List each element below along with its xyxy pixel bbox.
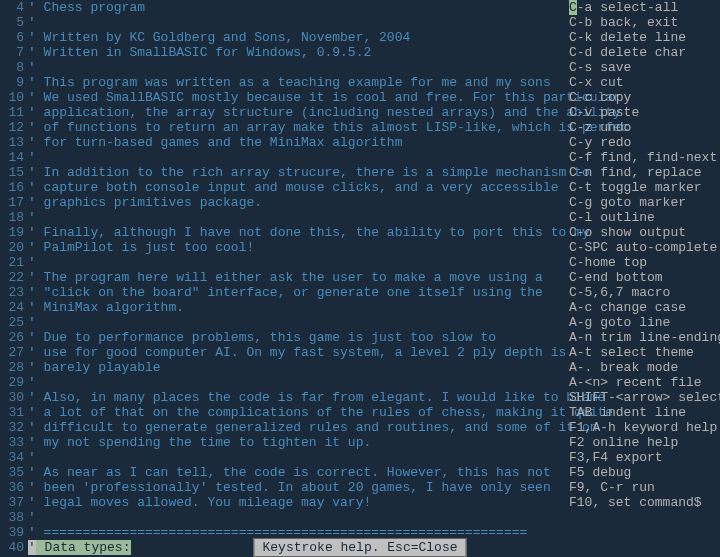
help-entry: C-k delete line [569,30,720,45]
line-number: 5 [0,15,24,30]
line-number: 39 [0,525,24,540]
line-number: 31 [0,405,24,420]
line-number: 40 [0,540,24,555]
help-entry: A-t select theme [569,345,720,360]
help-entry: C-SPC auto-complete [569,240,720,255]
help-entry: C-t toggle marker [569,180,720,195]
line-number: 9 [0,75,24,90]
help-entry: C-y redo [569,135,720,150]
line-number: 23 [0,285,24,300]
line-number: 11 [0,105,24,120]
help-entry: SHIFT-<arrow> select [569,390,720,405]
line-number: 20 [0,240,24,255]
line-number: 19 [0,225,24,240]
line-number: 18 [0,210,24,225]
line-number: 22 [0,270,24,285]
help-entry: C-f find, find-next [569,150,720,165]
line-number: 32 [0,420,24,435]
line-number: 16 [0,180,24,195]
line-number: 15 [0,165,24,180]
help-entry: A-c change case [569,300,720,315]
help-entry: C-b back, exit [569,15,720,30]
help-entry: F1,A-h keyword help [569,420,720,435]
line-number: 10 [0,90,24,105]
help-entry: C-n find, replace [569,165,720,180]
line-number: 35 [0,465,24,480]
help-entry: C-c copy [569,90,720,105]
cursor: ' [28,540,36,555]
keystroke-help-panel: C-a select-allC-b back, exitC-k delete l… [565,0,720,540]
line-number: 27 [0,345,24,360]
help-entry: F2 online help [569,435,720,450]
help-entry: A-g goto line [569,315,720,330]
selection-highlight: Data types: [36,540,132,555]
status-bar: Keystroke help. Esc=Close [253,538,466,557]
line-number: 4 [0,0,24,15]
line-number: 30 [0,390,24,405]
line-number: 14 [0,150,24,165]
line-number: 17 [0,195,24,210]
help-entry: C-home top [569,255,720,270]
help-entry: F10, set command$ [569,495,720,510]
help-entry: C-g goto marker [569,195,720,210]
help-entry: C-end bottom [569,270,720,285]
line-number: 26 [0,330,24,345]
help-entry: A-n trim line-endings [569,330,720,345]
help-entry: C-l outline [569,210,720,225]
line-number-gutter: 4567891011121314151617181920212223242526… [0,0,28,557]
line-number: 12 [0,120,24,135]
help-entry: C-d delete char [569,45,720,60]
help-entry: C-x cut [569,75,720,90]
help-entry: C-o show output [569,225,720,240]
line-number: 33 [0,435,24,450]
line-number: 8 [0,60,24,75]
help-entry: C-a select-all [569,0,720,15]
line-number: 6 [0,30,24,45]
help-entry: A-<n> recent file [569,375,720,390]
help-entry: C-v paste [569,105,720,120]
help-entry: C-z undo [569,120,720,135]
help-entry: F5 debug [569,465,720,480]
line-number: 7 [0,45,24,60]
line-number: 28 [0,360,24,375]
line-number: 38 [0,510,24,525]
help-entry: C-5,6,7 macro [569,285,720,300]
line-number: 34 [0,450,24,465]
line-number: 37 [0,495,24,510]
line-number: 24 [0,300,24,315]
help-entry: F3,F4 export [569,450,720,465]
help-entry: F9, C-r run [569,480,720,495]
line-number: 29 [0,375,24,390]
line-number: 13 [0,135,24,150]
help-entry: A-. break mode [569,360,720,375]
line-number: 25 [0,315,24,330]
line-number: 21 [0,255,24,270]
line-number: 36 [0,480,24,495]
help-entry: TAB indent line [569,405,720,420]
help-entry: C-s save [569,60,720,75]
